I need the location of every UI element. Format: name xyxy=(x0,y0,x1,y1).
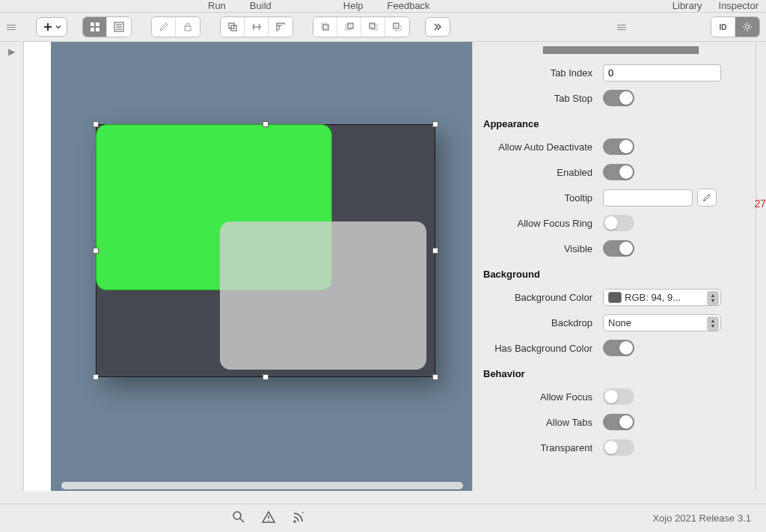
tab-stop-toggle[interactable] xyxy=(603,90,634,106)
id-panel-button[interactable]: ID xyxy=(711,17,735,37)
view-mode-group xyxy=(82,16,132,37)
toolbar-grip-left[interactable] xyxy=(6,17,16,37)
play-icon[interactable]: ▶ xyxy=(8,46,15,57)
svg-rect-1 xyxy=(96,22,99,26)
menu-feedback[interactable]: Feedback xyxy=(387,0,430,11)
menu-run[interactable]: Run xyxy=(208,0,226,11)
editor-gutter: ▶ xyxy=(0,42,24,491)
transparent-toggle[interactable] xyxy=(603,439,634,456)
appearance-section: Appearance xyxy=(483,111,759,134)
gear-panel-button[interactable] xyxy=(735,17,759,37)
handle-nw[interactable] xyxy=(93,121,99,127)
visible-label: Visible xyxy=(483,243,603,254)
main-split: ▶ Tab Index Tab Stop Appearanc xyxy=(0,42,766,491)
tooltip-edit-button[interactable] xyxy=(697,189,717,207)
bring-forward-button[interactable] xyxy=(337,17,361,37)
handle-e[interactable] xyxy=(432,248,438,254)
send-backward-button[interactable] xyxy=(361,17,385,37)
visible-toggle[interactable] xyxy=(603,240,634,257)
handle-sw[interactable] xyxy=(93,374,99,380)
tab-index-label: Tab Index xyxy=(483,67,603,79)
right-strip: 27 xyxy=(756,42,766,491)
menu-bar: Run Build Help Feedback Library Inspecto… xyxy=(0,0,766,10)
allow-auto-deactivate-label: Allow Auto Deactivate xyxy=(483,141,603,153)
grid-view-button[interactable] xyxy=(83,17,107,37)
menu-help[interactable]: Help xyxy=(343,0,364,11)
tab-index-field[interactable] xyxy=(603,64,721,82)
inspector-panel: Tab Index Tab Stop Appearance Allow Auto… xyxy=(473,42,766,491)
svg-rect-3 xyxy=(96,28,99,31)
background-color-value: RGB: 94, 9... xyxy=(625,292,681,303)
version-label: Xojo 2021 Release 3.1 xyxy=(652,513,751,524)
enabled-toggle[interactable] xyxy=(603,164,634,180)
svg-point-17 xyxy=(233,512,241,519)
has-background-color-label: Has Background Color xyxy=(483,343,603,354)
allow-tabs-toggle[interactable] xyxy=(603,414,634,430)
warning-icon[interactable] xyxy=(262,510,275,526)
menu-inspector[interactable]: Inspector xyxy=(719,0,759,11)
toolbar-grip-right[interactable] xyxy=(616,17,627,37)
search-icon[interactable] xyxy=(232,510,245,526)
canvas-area[interactable] xyxy=(24,42,473,491)
layout-tools-group xyxy=(220,16,293,37)
tooltip-label: Tooltip xyxy=(483,192,603,204)
send-back-button[interactable] xyxy=(385,17,409,37)
inspector-indicator xyxy=(543,46,699,54)
svg-point-16 xyxy=(746,25,750,29)
svg-rect-0 xyxy=(91,22,94,26)
color-swatch xyxy=(608,292,622,303)
backdrop-label: Backdrop xyxy=(483,317,603,328)
overflow-button[interactable] xyxy=(425,17,450,37)
horizontal-scrollbar[interactable] xyxy=(61,482,463,489)
z-order-group xyxy=(313,16,410,37)
design-canvas[interactable] xyxy=(51,42,473,491)
menu-build[interactable]: Build xyxy=(250,0,272,11)
lock-button[interactable] xyxy=(176,17,200,37)
popup-arrows-icon: ▲▼ xyxy=(707,317,719,331)
ruler-button[interactable] xyxy=(269,17,292,37)
list-view-button[interactable] xyxy=(107,17,131,37)
arrange-button[interactable] xyxy=(245,17,269,37)
toolbar: ID xyxy=(0,12,766,42)
backdrop-value: None xyxy=(608,317,631,328)
svg-rect-8 xyxy=(323,25,328,30)
add-button[interactable] xyxy=(36,17,67,37)
handle-w[interactable] xyxy=(93,248,99,254)
allow-tabs-label: Allow Tabs xyxy=(483,417,603,428)
background-section: Background xyxy=(483,261,759,284)
edit-lock-group xyxy=(151,16,200,37)
allow-focus-ring-label: Allow Focus Ring xyxy=(483,218,603,229)
tab-stop-label: Tab Stop xyxy=(483,93,603,104)
background-color-popup[interactable]: RGB: 94, 9... ▲▼ xyxy=(603,289,721,306)
handle-se[interactable] xyxy=(432,374,438,380)
svg-rect-9 xyxy=(322,23,327,28)
tooltip-field[interactable] xyxy=(603,189,693,207)
has-background-color-toggle[interactable] xyxy=(603,340,634,356)
duplicate-button[interactable] xyxy=(221,17,245,37)
backdrop-popup[interactable]: None ▲▼ xyxy=(603,314,721,331)
svg-rect-5 xyxy=(185,26,191,31)
menu-library[interactable]: Library xyxy=(672,0,702,11)
bring-front-button[interactable] xyxy=(313,17,337,37)
allow-focus-ring-toggle[interactable] xyxy=(603,215,634,231)
svg-rect-2 xyxy=(91,28,94,31)
pencil-button[interactable] xyxy=(152,17,176,37)
handle-s[interactable] xyxy=(263,374,269,380)
handle-ne[interactable] xyxy=(432,121,438,127)
enabled-label: Enabled xyxy=(483,167,603,178)
transparent-label: Transparent xyxy=(483,442,603,453)
behavior-section: Behavior xyxy=(483,361,759,384)
allow-focus-label: Allow Focus xyxy=(483,391,603,403)
gray-rounded-rect[interactable] xyxy=(220,221,426,370)
popup-arrows-icon: ▲▼ xyxy=(707,291,719,305)
handle-n[interactable] xyxy=(263,121,269,127)
feed-icon[interactable] xyxy=(292,510,305,526)
inspector-mode-group: ID xyxy=(711,16,760,37)
background-color-label: Background Color xyxy=(483,292,603,303)
status-bar: Xojo 2021 Release 3.1 xyxy=(0,504,766,532)
error-count-badge[interactable]: 27 xyxy=(754,198,766,210)
allow-auto-deactivate-toggle[interactable] xyxy=(603,138,634,155)
allow-focus-toggle[interactable] xyxy=(603,388,634,405)
